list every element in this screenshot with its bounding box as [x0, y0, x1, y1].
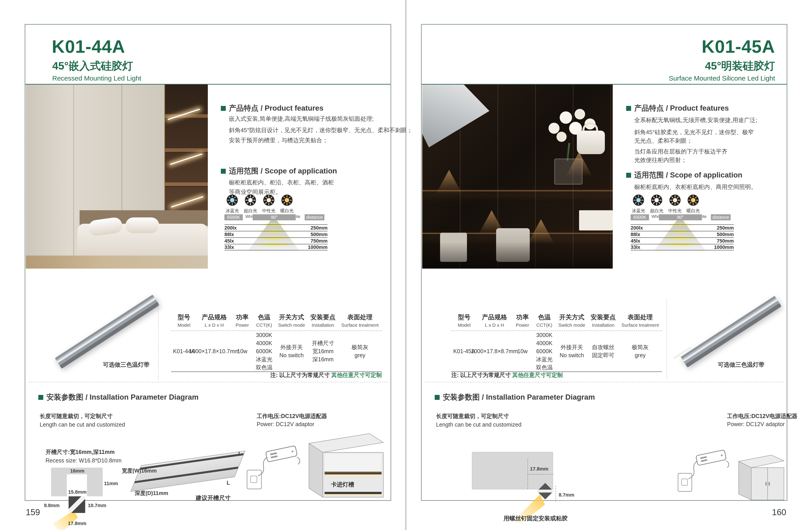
- right-install-heading: 安装参数图 / Installation Parameter Diagram: [435, 392, 595, 402]
- spec-data-row: K01-44A 1000×17.8×10.7mm 10w 3000K 4000K…: [171, 331, 382, 371]
- feature-line: 安装于预开的槽里，与槽边完美贴合；: [229, 136, 328, 144]
- left-page-number: 159: [26, 507, 40, 517]
- dim-10.7mm: 10.7mm: [88, 503, 106, 508]
- distance-rows: 200lx250mm 88lx500mm 45lx750mm 33lx1000m…: [630, 224, 734, 250]
- spec-data-row: K01-45A 1000×17.8×8.7mm 10w 3000K 4000K …: [451, 331, 662, 371]
- aluminium-profile: [681, 296, 782, 367]
- distance-row: 200lx250mm: [224, 224, 328, 231]
- left-page-panel: K01-44A 45°嵌入式硅胶灯 Recessed Mounting Led …: [25, 24, 391, 501]
- right-page-number: 160: [772, 507, 786, 517]
- distance-row: 33lx1000mm: [224, 244, 328, 250]
- scope-line: 橱柜柜底柜内、柜沿、衣柜、高柜、酒柜: [229, 179, 334, 186]
- left-product-photo: [26, 85, 208, 269]
- distance-chip: distance: [711, 214, 730, 220]
- scope-line: 橱柜柜底柜内、衣柜柜底柜内、商用空间照明。: [634, 183, 757, 191]
- right-scope-heading: 适用范围 / Scope of application: [626, 170, 742, 180]
- left-scope-heading: 适用范围 / Scope of application: [221, 166, 337, 176]
- power-adaptor-diagram: [675, 440, 731, 498]
- feature-line: 斜角45°防炫目设计，见光不见灯，迷你型极窄、无光点、柔和不刺眼；: [229, 126, 412, 134]
- left-spec-table: 型号Model 产品规格L x D x H 功率Power 色温CCT(K) 开…: [171, 313, 382, 372]
- cabinet-label: 卡进灯槽: [331, 480, 354, 488]
- vertical-dashed-divider: [667, 299, 667, 379]
- dim-16mm: 16mm: [70, 468, 85, 474]
- vertical-dashed-divider: [158, 299, 159, 379]
- left-model-title: K01-44A: [52, 38, 125, 56]
- dim-guide-line: [555, 486, 556, 502]
- left-size-note: 注: 以上尺寸为常规尺寸 其他任意尺寸可定制: [171, 371, 382, 379]
- angle-chip: 90°: [253, 214, 296, 220]
- sun-icon: [633, 194, 644, 206]
- right-title-cn: 45°明装硅胶灯: [705, 60, 775, 71]
- drawer: [579, 210, 613, 231]
- recess-size-cn: 开槽尺寸:宽16mm,深11mm: [45, 448, 115, 456]
- groove-board-diagram: L L 宽度(W)16mm 深度(D)11mm 建议开槽尺寸: [122, 447, 252, 507]
- power-note-cn: 工作电压:DC12V电源适配器: [257, 413, 327, 420]
- wardrobe-niche: [164, 85, 208, 219]
- length-label: L: [227, 480, 230, 486]
- angle-chip: 90°: [659, 214, 702, 220]
- feature-line: 斜角45°硅胶柔光，见光不见灯，迷你型、极窄: [634, 128, 754, 136]
- length-note-cn: 长度可随意裁切，可定制尺寸: [40, 413, 113, 420]
- beam-distance-table: 6500K 90° distance 200lx250mm 88lx500mm …: [630, 214, 734, 252]
- dim-8.7mm: 8.7mm: [559, 492, 574, 498]
- power-note-en: Power: DC12V adaptor: [727, 421, 785, 428]
- spec-header-row: 型号Model 产品规格L x D x H 功率Power 色温CCT(K) 开…: [171, 313, 382, 328]
- distance-row: 45lx750mm: [630, 237, 734, 244]
- left-title-en: Recessed Mounting Led Light: [52, 75, 141, 82]
- sun-icon: [669, 194, 681, 206]
- cross-section-diagram: 16mm 11mm 15.8mm 9.8mm 10.7mm 17.8mm: [47, 465, 118, 530]
- length-note-en: Length can be cut and customized: [40, 421, 125, 428]
- right-model-title: K01-45A: [702, 38, 775, 56]
- right-product-photo: [422, 85, 613, 269]
- cabinet-diagram: 卡进灯槽: [302, 429, 390, 503]
- dim-17.8mm: 17.8mm: [68, 520, 86, 526]
- cabinet-drawing: [302, 429, 387, 500]
- profile-cross-section: [69, 496, 85, 513]
- distance-chip: distance: [305, 214, 324, 220]
- sun-icon: [687, 194, 699, 206]
- square-bullet-icon: [435, 395, 440, 400]
- dim-9.8mm: 9.8mm: [44, 503, 60, 508]
- dim-11mm: 11mm: [104, 480, 118, 487]
- feature-line: 无光点、柔和不刺眼；: [634, 137, 693, 145]
- suggested-groove-caption: 建议开槽尺寸: [196, 494, 231, 502]
- dim-guide-line: [527, 474, 553, 475]
- sun-icon: [281, 194, 293, 206]
- board-depth-label: 深度(D)11mm: [135, 490, 168, 497]
- distance-row: 200lx250mm: [630, 224, 734, 231]
- length-label: L: [238, 450, 242, 457]
- aluminium-profile: [55, 295, 160, 369]
- distance-row: 88lx500mm: [630, 231, 734, 237]
- square-bullet-icon: [626, 106, 631, 111]
- left-profile-image: [55, 304, 158, 360]
- catalog-spread: K01-44A 45°嵌入式硅胶灯 Recessed Mounting Led …: [0, 0, 812, 530]
- pillow: [126, 218, 159, 233]
- left-features-heading: 产品特点 / Product features: [221, 103, 323, 113]
- sun-icon: [227, 194, 238, 206]
- glass-vase: [554, 159, 582, 184]
- power-adaptor-diagram: [244, 435, 302, 496]
- section-dashed-divider: [29, 382, 388, 382]
- right-features-heading: 产品特点 / Product features: [626, 103, 729, 113]
- mount-caption: 用螺丝钉固定安装或粘胶: [504, 515, 568, 522]
- feature-line: 嵌入式安装,简单便捷,高端无氧铜端子线极简灰铝面处理;: [229, 115, 374, 123]
- floor: [26, 255, 208, 269]
- length-note-cn: 长度可随意裁切，可定制尺寸: [436, 413, 509, 420]
- distance-row: 45lx750mm: [224, 237, 328, 244]
- distance-row: 88lx500mm: [224, 231, 328, 237]
- surface-mount-diagram: 17.8mm 8.7mm 用螺丝钉固定安装或粘胶: [472, 445, 578, 526]
- square-bullet-icon: [221, 106, 226, 111]
- closed-cabinet-diagram: [736, 451, 787, 503]
- dim-17.8mm: 17.8mm: [530, 466, 548, 472]
- beam-distance-table: 6500K 90° distance 200lx250mm 88lx500mm …: [224, 214, 328, 252]
- right-page-panel: K01-45A 45°明装硅胶灯 Surface Mounted Silicon…: [421, 24, 787, 501]
- handbag: [577, 130, 605, 154]
- distance-row: 33lx1000mm: [630, 244, 734, 250]
- section-dashed-divider: [425, 382, 784, 382]
- right-size-note: 注: 以上尺寸为常规尺寸 其他任意尺寸可定制: [451, 371, 563, 379]
- feature-line: 光效便往柜内照射；: [634, 156, 687, 164]
- power-note-cn: 工作电压:DC12V电源适配器: [727, 413, 797, 420]
- light-beam: [53, 511, 78, 530]
- sun-icon: [245, 194, 256, 206]
- recess-size-en: Recess size: W16.8*D10.8mm: [45, 457, 121, 464]
